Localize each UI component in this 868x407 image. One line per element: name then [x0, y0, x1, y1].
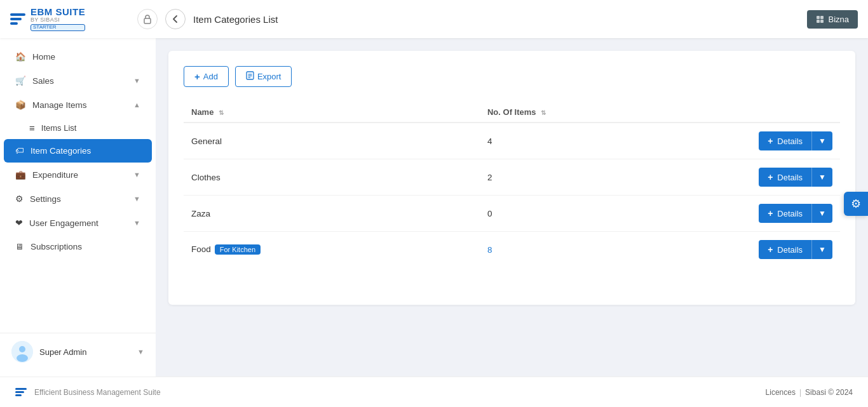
plan-badge: STARTER [31, 24, 85, 31]
sidebar-item-label: Manage Items [32, 100, 87, 110]
footer-logo-icon [15, 388, 27, 396]
user-chevron-down-icon: ▼ [137, 348, 144, 356]
details-button[interactable]: + Details [759, 204, 811, 223]
svg-point-7 [17, 354, 28, 362]
top-bar: EBM SUITE BY SIBASI STARTER Item Categor… [0, 0, 868, 38]
lock-icon [137, 9, 158, 29]
svg-rect-4 [820, 20, 824, 23]
svg-rect-0 [144, 18, 151, 23]
sidebar-sub-label: Items List [41, 123, 77, 133]
toolbar: + Add Export [184, 66, 840, 87]
main-layout: 🏠 Home 🛒 Sales ▼ 📦 Manage Items ▲ ≡ Item… [0, 38, 868, 377]
sort-icon: ⇅ [541, 109, 546, 116]
footer-logo [15, 388, 27, 396]
row-count: 0 [480, 196, 738, 232]
footer-links: Licences | Sibasi © 2024 [766, 388, 853, 397]
categories-table: Name ⇅ No. Of Items ⇅ General4+ Details▼… [184, 102, 840, 267]
table-row: Clothes2+ Details▼ [184, 159, 840, 196]
plus-icon: + [194, 71, 200, 82]
details-button-group: + Details▼ [759, 240, 832, 259]
copyright-text: Sibasi © 2024 [805, 388, 853, 397]
details-caret-button[interactable]: ▼ [811, 168, 832, 187]
svg-point-6 [19, 346, 25, 352]
content-area: + Add Export [156, 38, 868, 377]
sidebar-item-manage-items[interactable]: 📦 Manage Items ▲ [4, 93, 152, 117]
home-icon: 🏠 [15, 51, 26, 62]
export-button[interactable]: Export [235, 66, 292, 87]
manage-items-icon: 📦 [15, 100, 26, 110]
subscriptions-icon: 🖥 [15, 242, 24, 251]
footer: Efficient Business Management Suite Lice… [0, 377, 868, 407]
sidebar-user[interactable]: Super Admin ▼ [0, 333, 156, 370]
details-caret-button[interactable]: ▼ [811, 131, 832, 150]
sidebar-item-label: Home [32, 52, 55, 62]
details-button[interactable]: + Details [759, 131, 811, 150]
details-caret-button[interactable]: ▼ [811, 240, 832, 259]
details-button-group: + Details▼ [759, 168, 832, 187]
col-actions [738, 102, 840, 123]
footer-tagline: Efficient Business Management Suite [34, 388, 766, 397]
sidebar-item-label: User Engagement [29, 218, 98, 228]
expenditure-icon: 💼 [15, 170, 26, 180]
back-button[interactable] [165, 9, 186, 29]
user-name: Super Admin [39, 347, 131, 357]
col-name[interactable]: Name ⇅ [184, 102, 480, 123]
footer-divider: | [799, 388, 801, 397]
chevron-down-icon: ▼ [133, 77, 140, 84]
row-name: General [184, 123, 480, 159]
add-button[interactable]: + Add [184, 66, 229, 87]
licences-link[interactable]: Licences [766, 388, 796, 397]
chevron-down-icon: ▼ [133, 195, 140, 203]
settings-fab[interactable]: ⚙ [844, 192, 868, 216]
table-row: FoodFor Kitchen8+ Details▼ [184, 232, 840, 268]
row-name: Zaza [184, 196, 480, 232]
heart-icon: ❤ [15, 218, 23, 228]
tag-icon: 🏷 [15, 146, 24, 156]
settings-icon: ⚙ [15, 194, 24, 204]
sales-icon: 🛒 [15, 76, 26, 86]
svg-rect-1 [817, 16, 820, 19]
sidebar-item-subscriptions[interactable]: 🖥 Subscriptions [4, 235, 152, 258]
details-button[interactable]: + Details [759, 240, 811, 259]
row-actions: + Details▼ [738, 196, 840, 232]
chevron-down-icon: ▼ [133, 171, 140, 178]
sidebar-item-expenditure[interactable]: 💼 Expenditure ▼ [4, 163, 152, 187]
row-actions: + Details▼ [738, 123, 840, 159]
row-name: FoodFor Kitchen [184, 232, 480, 268]
row-count: 4 [480, 123, 738, 159]
sidebar-item-label: Expenditure [32, 170, 78, 180]
bizna-button[interactable]: Bizna [807, 10, 858, 29]
details-caret-button[interactable]: ▼ [811, 204, 832, 223]
item-count-link[interactable]: 8 [487, 245, 492, 255]
details-button[interactable]: + Details [759, 168, 811, 187]
chevron-up-icon: ▲ [133, 101, 140, 109]
sidebar-item-home[interactable]: 🏠 Home [4, 44, 152, 69]
sidebar-item-sales[interactable]: 🛒 Sales ▼ [4, 69, 152, 93]
gear-icon: ⚙ [851, 197, 861, 211]
content-card: + Add Export [168, 51, 855, 305]
brand-subtitle: BY SIBASI [31, 17, 85, 23]
details-button-group: + Details▼ [759, 131, 832, 150]
svg-rect-3 [817, 20, 820, 23]
logo-area: EBM SUITE BY SIBASI STARTER [10, 7, 137, 31]
sidebar-item-items-list[interactable]: ≡ Items List [4, 117, 152, 139]
sort-icon: ⇅ [219, 109, 224, 116]
sidebar-item-label: Subscriptions [31, 242, 82, 251]
page-title: Item Categories List [193, 14, 807, 25]
sidebar-item-label: Sales [32, 76, 54, 86]
logo-text: EBM SUITE BY SIBASI STARTER [31, 7, 85, 31]
svg-rect-2 [820, 16, 824, 19]
sidebar-item-label: Settings [30, 194, 61, 204]
row-count: 2 [480, 159, 738, 196]
chevron-down-icon: ▼ [133, 219, 140, 227]
row-count: 8 [480, 232, 738, 268]
tag-badge: For Kitchen [215, 244, 261, 255]
col-items[interactable]: No. Of Items ⇅ [480, 102, 738, 123]
sidebar-item-label: Item Categories [31, 146, 91, 156]
brand-name: EBM SUITE [31, 7, 85, 18]
sidebar-item-item-categories[interactable]: 🏷 Item Categories [4, 139, 152, 163]
table-row: General4+ Details▼ [184, 123, 840, 159]
logo-icon [10, 13, 25, 25]
sidebar-item-settings[interactable]: ⚙ Settings ▼ [4, 187, 152, 211]
sidebar-item-user-engagement[interactable]: ❤ User Engagement ▼ [4, 211, 152, 235]
